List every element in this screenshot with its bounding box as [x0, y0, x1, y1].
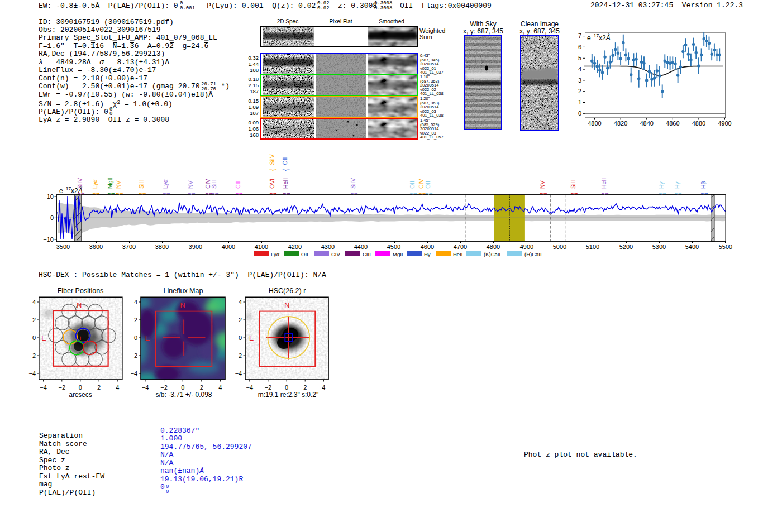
svg-text:5: 5	[578, 55, 581, 61]
svg-text:−2: −2	[131, 352, 138, 359]
svg-text:4840: 4840	[640, 120, 653, 127]
svg-text:0: 0	[32, 334, 36, 341]
svg-text:Lyα: Lyα	[92, 179, 98, 189]
svg-text:4: 4	[578, 66, 581, 73]
svg-text:NV: NV	[115, 180, 122, 189]
svg-text:MgII: MgII	[107, 178, 113, 189]
svg-text:0: 0	[50, 214, 54, 221]
svg-text:{: {	[268, 192, 276, 195]
svg-text:4800: 4800	[588, 120, 601, 127]
svg-text:{: {	[569, 192, 578, 195]
svg-text:Lineflux Map: Lineflux Map	[164, 287, 203, 295]
svg-text:NV: NV	[187, 180, 194, 189]
svg-text:{: {	[281, 169, 289, 171]
svg-text:4820: 4820	[614, 120, 627, 127]
svg-text:e−17x2Å: e−17x2Å	[587, 33, 611, 42]
svg-text:SiII: SiII	[570, 180, 576, 189]
svg-text:{: {	[282, 192, 290, 195]
svg-text:{: {	[91, 192, 99, 195]
svg-text:OII: OII	[409, 181, 416, 189]
svg-text:−2: −2	[28, 352, 36, 359]
svg-text:4880: 4880	[692, 120, 705, 127]
svg-text:{: {	[106, 192, 115, 195]
svg-text:3: 3	[578, 77, 581, 84]
svg-text:4: 4	[116, 384, 119, 391]
svg-text:E: E	[41, 334, 46, 342]
svg-text:4900: 4900	[718, 120, 731, 127]
svg-text:+: +	[78, 334, 82, 342]
svg-text:2: 2	[578, 88, 581, 94]
svg-text:OII: OII	[282, 157, 288, 165]
svg-text:2: 2	[134, 317, 137, 323]
svg-text:SiIV: SiIV	[350, 178, 356, 189]
svg-text:Lyα: Lyα	[162, 179, 169, 189]
svg-text:{: {	[268, 169, 276, 171]
svg-text:Hγ: Hγ	[658, 181, 665, 189]
svg-text:−4: −4	[246, 384, 254, 391]
svg-text:2: 2	[32, 317, 36, 323]
svg-text:2: 2	[303, 384, 307, 391]
svg-text:4: 4	[239, 299, 242, 305]
svg-text:{: {	[408, 192, 417, 195]
svg-text:−2: −2	[160, 384, 168, 391]
svg-text:0: 0	[79, 384, 82, 391]
svg-text:arcsecs: arcsecs	[69, 391, 92, 399]
svg-text:{: {	[234, 192, 242, 195]
svg-text:1: 1	[578, 99, 581, 106]
svg-text:N: N	[77, 301, 82, 309]
svg-text:HeII: HeII	[282, 178, 289, 189]
svg-text:HeII: HeII	[600, 178, 607, 189]
svg-text:{: {	[657, 192, 666, 195]
svg-text:0: 0	[134, 334, 137, 341]
svg-text:E: E	[249, 334, 254, 342]
svg-text:HSC(26.2) r: HSC(26.2) r	[269, 287, 306, 295]
svg-text:N: N	[284, 301, 289, 309]
svg-text:0: 0	[578, 110, 581, 117]
svg-text:2: 2	[239, 317, 242, 323]
svg-text:2: 2	[97, 384, 101, 391]
svg-text:{: {	[137, 192, 146, 195]
svg-text:{: {	[538, 192, 547, 195]
svg-text:{: {	[187, 192, 195, 195]
svg-text:m:19.1 re:2.3" s:0.2": m:19.1 re:2.3" s:0.2"	[258, 391, 319, 399]
svg-text:−4: −4	[142, 384, 149, 391]
svg-text:−2: −2	[265, 384, 272, 391]
svg-text:4: 4	[322, 384, 325, 391]
svg-text:{: {	[699, 192, 708, 195]
svg-text:{: {	[76, 192, 84, 195]
svg-text:6: 6	[578, 44, 581, 50]
svg-text:N: N	[180, 301, 185, 309]
svg-text:CIV: CIV	[418, 179, 425, 189]
svg-text:OVI: OVI	[269, 179, 275, 189]
svg-text:4860: 4860	[666, 120, 679, 127]
svg-text:−2: −2	[235, 352, 242, 359]
svg-text:10: 10	[47, 193, 54, 200]
svg-text:{: {	[349, 192, 357, 195]
svg-text:−4: −4	[28, 370, 36, 377]
svg-text:4: 4	[218, 384, 222, 391]
svg-text:{: {	[600, 192, 608, 195]
svg-text:−4: −4	[131, 370, 138, 377]
svg-text:{: {	[115, 192, 123, 195]
svg-text:OII: OII	[425, 181, 431, 189]
svg-text:0: 0	[239, 334, 242, 341]
svg-text:{: {	[424, 192, 432, 195]
svg-text:E: E	[145, 334, 149, 342]
svg-text:SiII: SiII	[211, 180, 217, 189]
svg-text:0: 0	[181, 384, 184, 391]
svg-text:SiIV: SiIV	[269, 154, 275, 165]
svg-text:{: {	[673, 192, 681, 195]
svg-text:−10: −10	[43, 236, 54, 243]
svg-text:4: 4	[134, 299, 137, 305]
svg-text:4: 4	[32, 299, 36, 305]
svg-text:{: {	[210, 192, 218, 195]
svg-text:s/b: -3.71 +/- 0.098: s/b: -3.71 +/- 0.098	[155, 391, 212, 399]
svg-text:SiII: SiII	[138, 180, 145, 189]
svg-text:CII: CII	[235, 181, 241, 189]
svg-text:NV: NV	[539, 180, 546, 189]
svg-text:−4: −4	[235, 370, 242, 377]
svg-text:0: 0	[285, 384, 288, 391]
svg-text:2: 2	[200, 384, 203, 391]
svg-text:−2: −2	[59, 384, 66, 391]
svg-text:Hγ: Hγ	[674, 181, 680, 189]
